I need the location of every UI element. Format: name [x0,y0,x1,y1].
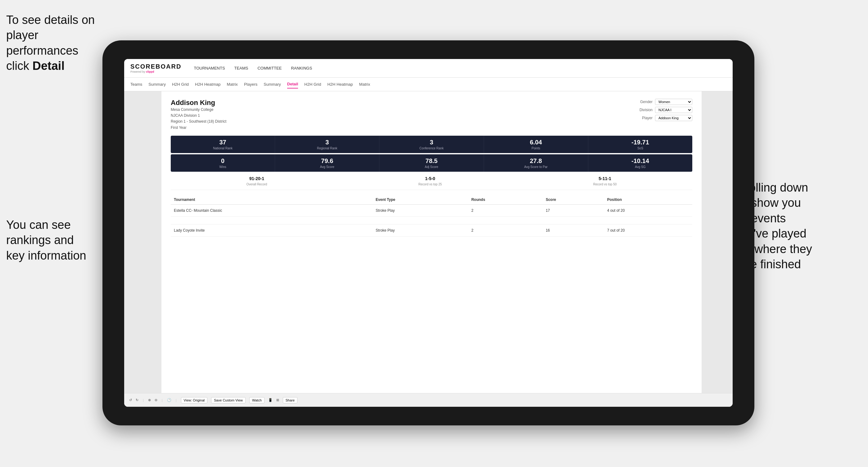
stat-cell: -10.14Avg SG [588,154,692,172]
col-event-type: Event Type [373,195,468,205]
tablet-screen: SCOREBOARD Powered by clippd TOURNAMENTS… [124,59,733,407]
cell-rounds: 2 [468,224,542,236]
toolbar-icon2[interactable]: ⊖ [155,398,157,402]
col-rounds: Rounds [468,195,542,205]
record-item: 91-20-1Overall Record [247,176,267,187]
main-content: Addison King Mesa Community College NJCA… [161,91,702,393]
gender-select[interactable]: Women Men [655,99,692,105]
stat-cell: 78.5Adj Score [379,154,484,172]
toolbar-device-icon[interactable]: 📱 [268,398,273,402]
nav-teams[interactable]: TEAMS [235,64,248,72]
division-row: Division NJCAA I NJCAA II [634,107,692,113]
stat-cell: 27.8Avg Score to Par [484,154,588,172]
logo-area: SCOREBOARD Powered by clippd [130,63,181,73]
division-select[interactable]: NJCAA I NJCAA II [655,107,692,113]
subnav-matrix2[interactable]: Matrix [359,81,370,88]
table-header: Tournament Event Type Rounds Score Posit… [171,195,692,205]
division-label: Division [634,108,653,112]
cell-event-type: Stroke Play [373,204,468,216]
player-division: NJCAA Division 1 [171,113,226,119]
col-position: Position [604,195,692,205]
cell-score [542,216,604,224]
col-tournament: Tournament [171,195,373,205]
player-select[interactable]: Addison King [655,115,692,121]
stat-cell: 37National Rank [171,136,275,153]
stat-cell: 6.04Points [484,136,588,153]
bottom-toolbar: ↺ ↻ | ⊕ ⊖ | 🕐 | View: Original Save Cust… [124,393,733,407]
cell-event-type [373,216,468,224]
subnav-summary[interactable]: Summary [148,81,166,88]
tournament-table: Tournament Event Type Rounds Score Posit… [171,195,692,237]
subnav-h2h-heatmap2[interactable]: H2H Heatmap [327,81,353,88]
sub-nav: Teams Summary H2H Grid H2H Heatmap Matri… [124,77,733,91]
subnav-h2h-heatmap[interactable]: H2H Heatmap [195,81,220,88]
watch-btn[interactable]: Watch [249,397,265,403]
cell-rounds [468,216,542,224]
toolbar-undo[interactable]: ↺ [129,398,132,402]
player-controls: Gender Women Men Division NJCAA I NJCAA … [634,99,692,131]
player-row: Player Addison King [634,115,692,121]
record-item: 5-11-1Record vs top 50 [593,176,617,187]
stat-cell: 79.6Avg Score [275,154,379,172]
player-college: Mesa Community College [171,107,226,113]
subnav-h2h-grid2[interactable]: H2H Grid [304,81,321,88]
main-nav: TOURNAMENTS TEAMS COMMITTEE RANKINGS [194,64,312,72]
top-nav: SCOREBOARD Powered by clippd TOURNAMENTS… [124,59,733,77]
gender-row: Gender Women Men [634,99,692,105]
stat-cell: -19.71SoS [588,136,692,153]
cell-score: 16 [542,224,604,236]
nav-committee[interactable]: COMMITTEE [257,64,282,72]
cell-score: 17 [542,204,604,216]
record-item: 1-5-0Record vs top 25 [418,176,442,187]
stat-cell: 0Wins [171,154,275,172]
records-row: 91-20-1Overall Record1-5-0Record vs top … [171,173,692,190]
share-btn[interactable]: Share [283,397,298,403]
cell-tournament: Estella CC- Mountain Classic [171,204,373,216]
nav-tournaments[interactable]: TOURNAMENTS [194,64,225,72]
annotation-top-left: To see details on player performances cl… [6,12,112,74]
subnav-detail[interactable]: Detail [287,80,298,89]
player-info: Addison King Mesa Community College NJCA… [171,99,226,131]
cell-position: 4 out of 20 [604,204,692,216]
tablet-frame: SCOREBOARD Powered by clippd TOURNAMENTS… [102,40,754,426]
player-region: Region 1 - Southwest (18) District [171,119,226,125]
view-original-btn[interactable]: View: Original [181,397,208,403]
subnav-h2h-grid[interactable]: H2H Grid [172,81,189,88]
nav-rankings[interactable]: RANKINGS [291,64,312,72]
cell-rounds: 2 [468,204,542,216]
toolbar-grid-icon: ⊞ [276,398,279,402]
table-row: Estella CC- Mountain Classic Stroke Play… [171,204,692,216]
toolbar-icon1[interactable]: ⊕ [148,398,151,402]
cell-position [604,216,692,224]
toolbar-clock[interactable]: 🕐 [167,398,172,402]
player-name: Addison King [171,99,226,107]
player-year: First Year [171,125,226,131]
left-sidebar [124,91,161,393]
logo-powered: Powered by clippd [130,70,181,73]
subnav-summary2[interactable]: Summary [264,81,281,88]
col-score: Score [542,195,604,205]
content-area: Addison King Mesa Community College NJCA… [124,91,733,393]
player-label: Player [634,116,653,120]
table-row [171,216,692,224]
toolbar-redo[interactable]: ↻ [136,398,138,402]
player-header: Addison King Mesa Community College NJCA… [171,99,692,131]
cell-event-type: Stroke Play [373,224,468,236]
stat-cell: 3Conference Rank [379,136,484,153]
stats-grid-row1: 37National Rank3Regional Rank3Conference… [171,136,692,153]
subnav-matrix[interactable]: Matrix [227,81,238,88]
right-sidebar [702,91,733,393]
subnav-players[interactable]: Players [244,81,257,88]
stat-cell: 3Regional Rank [275,136,379,153]
table-row: Lady Coyote Invite Stroke Play 2 16 7 ou… [171,224,692,236]
gender-label: Gender [634,100,653,104]
save-custom-btn[interactable]: Save Custom View [211,397,246,403]
stats-grid-row2: 0Wins79.6Avg Score78.5Adj Score27.8Avg S… [171,154,692,172]
cell-tournament: Lady Coyote Invite [171,224,373,236]
logo-scoreboard: SCOREBOARD [130,63,181,70]
cell-position: 7 out of 20 [604,224,692,236]
cell-tournament [171,216,373,224]
table-body: Estella CC- Mountain Classic Stroke Play… [171,204,692,236]
subnav-teams[interactable]: Teams [130,81,142,88]
